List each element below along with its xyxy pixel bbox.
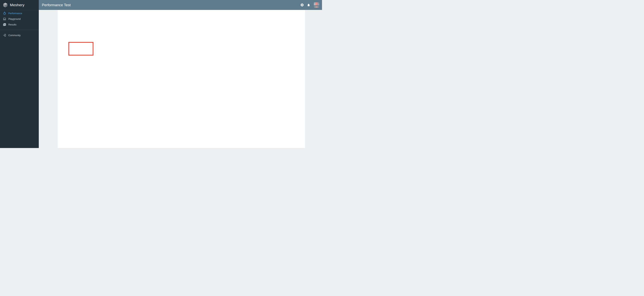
sidebar-nav: Performance Playground: [0, 10, 39, 38]
notifications-bell-icon[interactable]: [306, 3, 311, 8]
app-window: Meshery Performance P: [0, 0, 322, 148]
sidebar-item-results[interactable]: Results: [0, 22, 39, 27]
user-avatar[interactable]: [314, 2, 319, 8]
sidebar-item-label: Performance: [8, 12, 22, 15]
page-title: Performance Test: [42, 3, 71, 7]
stopwatch-icon: [3, 12, 6, 15]
app-logo-text: Meshery: [10, 3, 24, 7]
sidebar-item-label: Results: [8, 23, 16, 26]
settings-gear-icon[interactable]: [300, 3, 304, 8]
exit-to-app-icon: [3, 34, 6, 37]
sidebar-item-performance[interactable]: Performance: [0, 11, 39, 16]
laptop-icon: [3, 17, 6, 21]
content-card: [58, 10, 305, 148]
meshery-logo-icon: [3, 2, 8, 8]
image-results-icon: [3, 23, 6, 26]
sidebar-item-community[interactable]: Community: [0, 33, 39, 38]
sidebar: Meshery Performance P: [0, 0, 39, 148]
sidebar-item-playground[interactable]: Playground: [0, 16, 39, 22]
logo-row[interactable]: Meshery: [0, 0, 39, 10]
header-bar: Performance Test: [39, 0, 322, 10]
sidebar-item-label: Playground: [8, 18, 20, 20]
sidebar-item-label: Community: [8, 34, 20, 37]
